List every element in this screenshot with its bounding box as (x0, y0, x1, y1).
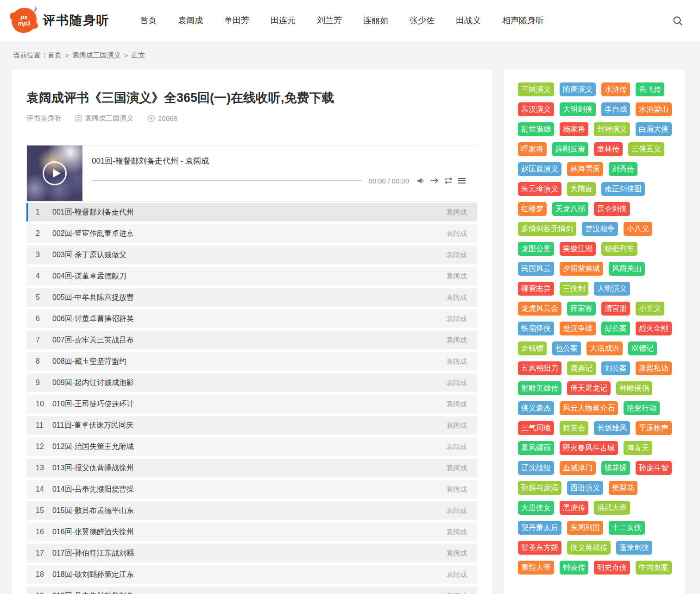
tag-link[interactable]: 孙膑与庞涓 (518, 481, 561, 495)
episode-row[interactable]: 3003回-杀丁原认贼做父袁阔成 (26, 246, 477, 264)
tag-link[interactable]: 笑傲江湖 (560, 242, 596, 256)
tag-link[interactable]: 林海雪原 (567, 162, 603, 176)
tag-link[interactable]: 三气周瑜 (518, 421, 554, 435)
volume-icon[interactable] (415, 176, 428, 185)
tag-link[interactable]: 中国血案 (636, 561, 672, 575)
tag-link[interactable]: 绝密行动 (624, 401, 660, 415)
episode-row[interactable]: 18018回-破刘繇孙策定江东袁阔成 (26, 565, 477, 584)
episode-row[interactable]: 10010回-王司徒巧使连环计袁阔成 (26, 395, 477, 413)
episode-row[interactable]: 4004回-谋董卓孟德献刀袁阔成 (26, 267, 477, 285)
tag-link[interactable]: 小五义 (636, 302, 664, 316)
tag-link[interactable]: 大唐侠女 (518, 501, 554, 515)
tag-link[interactable]: 西唐演义 (567, 481, 603, 495)
tag-link[interactable]: 康熙大帝 (518, 561, 554, 575)
tag-link[interactable]: 长坂雄风 (594, 421, 630, 435)
player-thumbnail[interactable] (27, 145, 82, 201)
tag-link[interactable]: 隋唐演义 (560, 82, 596, 96)
playlist-icon[interactable] (455, 177, 468, 185)
tag-link[interactable]: 小八义 (624, 222, 652, 236)
tag-link[interactable]: 侠义豪杰 (518, 401, 554, 415)
tag-link[interactable]: 楚汉争雄 (560, 322, 596, 335)
tag-link[interactable]: 赵匡胤演义 (518, 162, 561, 176)
tag-link[interactable]: 镜花缘 (601, 461, 630, 475)
tag-link[interactable]: 三侠剑 (560, 282, 588, 296)
tag-link[interactable]: 大话成语 (586, 341, 623, 355)
episode-row[interactable]: 5005回-中牟县陈宫捉放曹袁阔成 (26, 288, 477, 307)
tag-link[interactable]: 薛家将 (567, 302, 596, 316)
tag-link[interactable]: 海青天 (624, 441, 652, 455)
episode-row[interactable]: 13013回-报父仇曹操战徐州袁阔成 (26, 459, 477, 477)
article-category[interactable]: 袁阔成三国演义 (75, 114, 133, 123)
episode-row[interactable]: 2002回-竖宦作乱董卓进京袁阔成 (26, 224, 477, 243)
tag-link[interactable]: 彭公案 (601, 322, 630, 335)
tag-link[interactable]: 金钱镖 (518, 341, 547, 355)
tag-link[interactable]: 东汉演义 (518, 102, 554, 116)
episode-row[interactable]: 14014回-吕奉先濮阳烧曹操袁阔成 (26, 480, 477, 499)
episode-row[interactable]: 1001回-鞭督邮刘备走代州袁阔成 (26, 203, 477, 221)
tag-link[interactable]: 血溅津门 (560, 461, 596, 475)
tag-link[interactable]: 朱元璋演义 (518, 182, 561, 196)
nav-item[interactable]: 张少佐 (399, 0, 445, 41)
tag-link[interactable]: 洪武大帝 (594, 501, 630, 515)
nav-item[interactable]: 刘兰芳 (306, 0, 353, 41)
tag-link[interactable]: 康熙私访 (636, 361, 672, 375)
tag-link[interactable]: 风雨关山 (609, 262, 645, 276)
tag-link[interactable]: 包公案 (552, 341, 581, 355)
tag-link[interactable]: 十二女侠 (609, 521, 645, 535)
nav-item[interactable]: 田战义 (445, 0, 492, 41)
tag-link[interactable]: 侠义英雄传 (567, 541, 611, 555)
episode-row[interactable]: 7007回-虎牢关三英战吕布袁阔成 (26, 331, 477, 349)
nav-item[interactable]: 田连元 (260, 0, 306, 41)
tag-link[interactable]: 钟凌传 (560, 561, 588, 575)
episode-row[interactable]: 17017回-孙伯符江东战刘繇袁阔成 (26, 544, 477, 562)
tag-link[interactable]: 水泊梁山 (636, 102, 672, 116)
tag-link[interactable]: 杨家将 (560, 122, 588, 136)
tag-link[interactable]: 天龙八部 (552, 202, 588, 216)
tag-link[interactable]: 契丹萧太后 (518, 521, 561, 535)
tag-link[interactable]: 水浒传 (601, 82, 630, 96)
tag-link[interactable]: 呼家将 (518, 142, 547, 156)
tag-link[interactable]: 射雕英雄传 (518, 381, 561, 395)
breadcrumb-home-link[interactable]: 首页 (48, 51, 62, 60)
tag-link[interactable]: 大隋唐 (567, 182, 596, 196)
tag-link[interactable]: 童林传 (594, 142, 623, 156)
tag-link[interactable]: 智圣东方朔 (518, 541, 561, 555)
tag-link[interactable]: 明史奇侠 (594, 561, 630, 575)
tag-link[interactable]: 倚天屠龙记 (567, 381, 611, 395)
next-icon[interactable] (428, 177, 441, 185)
tag-link[interactable]: 大明演义 (594, 282, 630, 296)
play-icon[interactable] (43, 161, 67, 185)
search-icon[interactable] (672, 15, 683, 26)
episode-row[interactable]: 9009回-起内讧讨贼成泡影袁阔成 (26, 373, 477, 392)
tag-link[interactable]: 三国演义 (518, 82, 554, 96)
tag-link[interactable]: 风云人物蒋介石 (560, 401, 618, 415)
breadcrumb-category-link[interactable]: 袁阔成三国演义 (72, 51, 121, 60)
episode-row[interactable]: 19019回-吕奉先射戟救刘备袁阔成 (26, 587, 477, 594)
tag-link[interactable]: 刘秀传 (609, 162, 637, 176)
episode-row[interactable]: 15015回-败吕布孟德平山东袁阔成 (26, 501, 477, 520)
tag-link[interactable]: 李自成 (601, 102, 630, 116)
tag-link[interactable]: 白眉大侠 (636, 122, 672, 136)
tag-link[interactable]: 大明剑侠 (560, 102, 596, 116)
progress-bar[interactable] (92, 180, 362, 181)
tag-link[interactable]: 孙庞斗智 (636, 461, 672, 475)
tag-link[interactable]: 蓬莱剑侠 (616, 541, 652, 555)
tag-link[interactable]: 夕照紫禁城 (560, 262, 603, 276)
tag-link[interactable]: 楚汉相争 (582, 222, 618, 236)
tag-link[interactable]: 多情剑客无情剑 (518, 222, 576, 236)
tag-link[interactable]: 东周列国 (567, 521, 603, 535)
tag-link[interactable]: 五凤朝阳刀 (518, 361, 561, 375)
tag-link[interactable]: 烈火金刚 (636, 322, 672, 335)
nav-item[interactable]: 相声随身听 (492, 0, 555, 41)
tag-link[interactable]: 黑虎传 (560, 501, 588, 515)
tag-link[interactable]: 三侠五义 (628, 142, 664, 156)
nav-item[interactable]: 单田芳 (214, 0, 260, 41)
episode-row[interactable]: 8008回-藏玉玺坚背盟约袁阔成 (26, 352, 477, 371)
tag-link[interactable]: 平原枪声 (636, 421, 672, 435)
tag-link[interactable]: 封神演义 (594, 122, 630, 136)
tag-link[interactable]: 双镖记 (628, 341, 657, 355)
tag-link[interactable]: 神雕侠侣 (616, 381, 652, 395)
tag-link[interactable]: 辽沈战役 (518, 461, 554, 475)
tag-link[interactable]: 龙图公案 (518, 242, 554, 256)
tag-link[interactable]: 清官册 (601, 302, 630, 316)
